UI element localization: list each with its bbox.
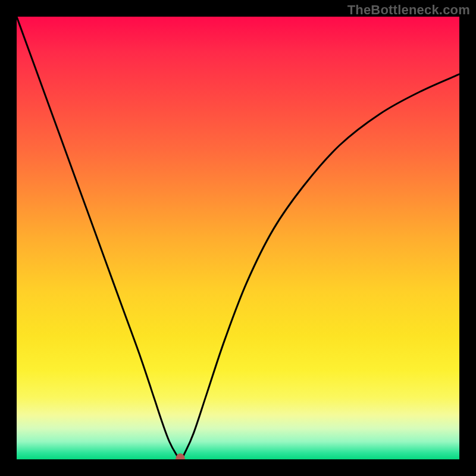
watermark-text: TheBottleneck.com [347,2,470,18]
chart-frame: TheBottleneck.com [0,0,476,476]
plot-area [17,17,459,459]
bottleneck-curve [17,17,459,459]
curve-svg [17,17,459,459]
